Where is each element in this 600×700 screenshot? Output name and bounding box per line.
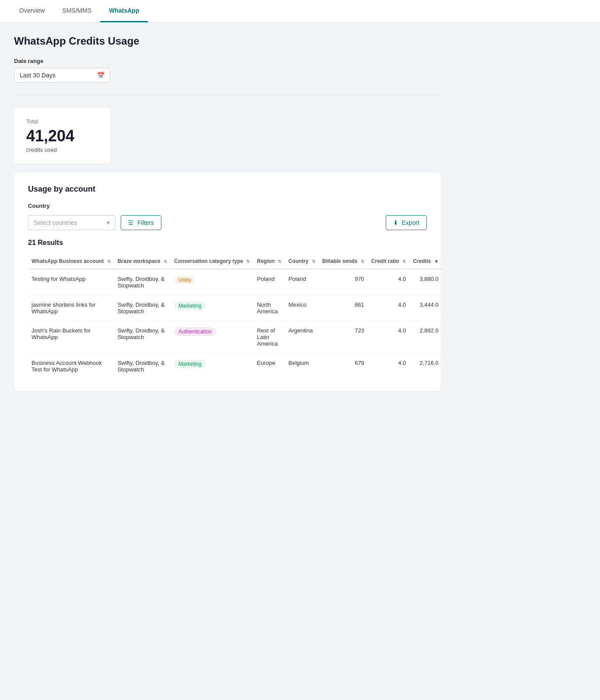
cell-credit-ratio: 4.0 xyxy=(368,321,409,354)
top-navigation: Overview SMS/MMS WhatsApp xyxy=(0,0,600,23)
date-range-value: Last 30 Days xyxy=(20,72,56,79)
cell-credits: 3,880.0 xyxy=(409,269,442,295)
col-region[interactable]: Region ⇅ xyxy=(253,254,285,269)
tab-sms-mms[interactable]: SMS/MMS xyxy=(53,0,100,22)
cell-category: Marketing xyxy=(171,354,253,379)
cell-country: Belgium xyxy=(285,354,318,379)
stats-value: 41,204 xyxy=(26,128,98,144)
cell-billable-sends: 723 xyxy=(319,321,368,354)
table-row: jasmine shortens links for WhatsApp Swif… xyxy=(28,295,442,321)
sort-icon-category: ⇅ xyxy=(246,259,250,264)
category-badge: Utility xyxy=(174,276,195,284)
cell-credits: 2,716.0 xyxy=(409,354,442,379)
export-button[interactable]: ⬇ Export xyxy=(386,215,427,230)
usage-by-account-card: Usage by account Country Select countrie… xyxy=(14,172,441,391)
date-range-picker[interactable]: Last 30 Days 📅 xyxy=(14,68,110,83)
tab-whatsapp[interactable]: WhatsApp xyxy=(100,0,148,22)
cell-billable-sends: 679 xyxy=(319,354,368,379)
filter-row: Country Select countries ▾ ☰ Filters ⬇ E… xyxy=(28,203,427,230)
cell-credit-ratio: 4.0 xyxy=(368,295,409,321)
cell-workspace: Swifty, Droidboy, & Stopwatch xyxy=(114,295,171,321)
cell-billable-sends: 970 xyxy=(319,269,368,295)
export-icon: ⬇ xyxy=(393,219,398,226)
table-row: Business Account Webhook Test for WhatsA… xyxy=(28,354,442,379)
filters-icon: ☰ xyxy=(128,219,134,226)
country-filter-group: Country Select countries ▾ xyxy=(28,203,115,230)
stats-label: Total xyxy=(26,118,98,125)
col-billable-sends[interactable]: Billable sends ⇅ xyxy=(319,254,368,269)
cell-region: Rest of Latin America xyxy=(253,321,285,354)
usage-section-title: Usage by account xyxy=(28,185,427,194)
sort-icon-account: ⇅ xyxy=(107,259,111,264)
country-label: Country xyxy=(28,203,115,209)
sort-icon-credits: ▼ xyxy=(434,259,439,264)
col-braze-workspace[interactable]: Braze workspace ⇅ xyxy=(114,254,171,269)
cell-region: Europe xyxy=(253,354,285,379)
cell-credit-ratio: 4.0 xyxy=(368,354,409,379)
col-country[interactable]: Country ⇅ xyxy=(285,254,318,269)
cell-country: Poland xyxy=(285,269,318,295)
calendar-icon: 📅 xyxy=(97,72,105,79)
cell-account: jasmine shortens links for WhatsApp xyxy=(28,295,114,321)
sort-icon-billable: ⇅ xyxy=(361,259,364,264)
cell-account: Business Account Webhook Test for WhatsA… xyxy=(28,354,114,379)
country-select[interactable]: Select countries ▾ xyxy=(28,215,115,230)
sort-icon-region: ⇅ xyxy=(278,259,281,264)
cell-account: Testing for WhatsApp xyxy=(28,269,114,295)
category-badge: Marketing xyxy=(174,301,206,310)
page-title: WhatsApp Credits Usage xyxy=(14,35,441,47)
chevron-down-icon: ▾ xyxy=(107,219,110,226)
cell-credits: 3,444.0 xyxy=(409,295,442,321)
sort-icon-country: ⇅ xyxy=(312,259,315,264)
table-row: Testing for WhatsApp Swifty, Droidboy, &… xyxy=(28,269,442,295)
tab-overview[interactable]: Overview xyxy=(10,0,53,22)
cell-workspace: Swifty, Droidboy, & Stopwatch xyxy=(114,269,171,295)
country-placeholder: Select countries xyxy=(34,219,77,226)
date-range-section: Date range Last 30 Days 📅 xyxy=(14,58,441,83)
usage-table: WhatsApp Business account ⇅ Braze worksp… xyxy=(28,254,442,379)
cell-category: Authentication xyxy=(171,321,253,354)
stats-card: Total 41,204 credits used xyxy=(14,108,110,164)
cell-billable-sends: 861 xyxy=(319,295,368,321)
cell-account: Josh's Rain Buckets for WhatsApp xyxy=(28,321,114,354)
category-badge: Authentication xyxy=(174,327,216,336)
stats-sublabel: credits used xyxy=(26,147,98,153)
cell-country: Argentina xyxy=(285,321,318,354)
category-badge: Marketing xyxy=(174,360,206,368)
col-credits[interactable]: Credits ▼ xyxy=(409,254,442,269)
cell-region: North America xyxy=(253,295,285,321)
table-row: Josh's Rain Buckets for WhatsApp Swifty,… xyxy=(28,321,442,354)
col-whatsapp-account[interactable]: WhatsApp Business account ⇅ xyxy=(28,254,114,269)
cell-category: Marketing xyxy=(171,295,253,321)
cell-country: Mexico xyxy=(285,295,318,321)
sort-icon-workspace: ⇅ xyxy=(164,259,167,264)
sort-icon-ratio: ⇅ xyxy=(402,259,406,264)
export-label: Export xyxy=(402,219,419,226)
filters-button[interactable]: ☰ Filters xyxy=(121,215,161,230)
page-content: WhatsApp Credits Usage Date range Last 3… xyxy=(0,23,455,403)
cell-workspace: Swifty, Droidboy, & Stopwatch xyxy=(114,321,171,354)
cell-category: Utility xyxy=(171,269,253,295)
col-credit-ratio[interactable]: Credit ratio ⇅ xyxy=(368,254,409,269)
cell-credits: 2,892.0 xyxy=(409,321,442,354)
cell-credit-ratio: 4.0 xyxy=(368,269,409,295)
cell-workspace: Swifty, Droidboy, & Stopwatch xyxy=(114,354,171,379)
cell-region: Poland xyxy=(253,269,285,295)
col-conversation-category[interactable]: Conversation category type ⇅ xyxy=(171,254,253,269)
divider xyxy=(14,95,441,95)
results-count: 21 Results xyxy=(28,239,427,247)
filters-label: Filters xyxy=(137,219,154,226)
date-range-label: Date range xyxy=(14,58,441,64)
